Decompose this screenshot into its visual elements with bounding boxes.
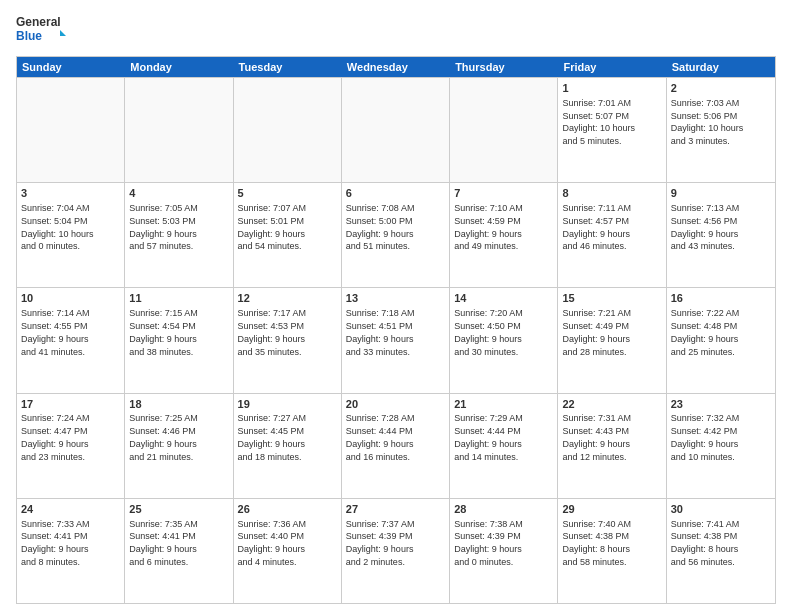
day-number: 5 [238,186,337,201]
day-info: Sunrise: 7:11 AM Sunset: 4:57 PM Dayligh… [562,203,631,251]
day-number: 15 [562,291,661,306]
calendar-cell: 16Sunrise: 7:22 AM Sunset: 4:48 PM Dayli… [667,288,775,392]
calendar-cell-empty [17,78,125,182]
day-info: Sunrise: 7:20 AM Sunset: 4:50 PM Dayligh… [454,308,523,356]
calendar-day-header: Thursday [450,57,558,77]
calendar-cell: 23Sunrise: 7:32 AM Sunset: 4:42 PM Dayli… [667,394,775,498]
day-info: Sunrise: 7:35 AM Sunset: 4:41 PM Dayligh… [129,519,198,567]
calendar-cell: 17Sunrise: 7:24 AM Sunset: 4:47 PM Dayli… [17,394,125,498]
day-number: 21 [454,397,553,412]
calendar-cell: 20Sunrise: 7:28 AM Sunset: 4:44 PM Dayli… [342,394,450,498]
calendar-cell: 5Sunrise: 7:07 AM Sunset: 5:01 PM Daylig… [234,183,342,287]
day-info: Sunrise: 7:03 AM Sunset: 5:06 PM Dayligh… [671,98,744,146]
calendar-cell: 2Sunrise: 7:03 AM Sunset: 5:06 PM Daylig… [667,78,775,182]
calendar-cell: 30Sunrise: 7:41 AM Sunset: 4:38 PM Dayli… [667,499,775,603]
day-info: Sunrise: 7:18 AM Sunset: 4:51 PM Dayligh… [346,308,415,356]
calendar-cell: 15Sunrise: 7:21 AM Sunset: 4:49 PM Dayli… [558,288,666,392]
calendar: SundayMondayTuesdayWednesdayThursdayFrid… [16,56,776,604]
day-info: Sunrise: 7:05 AM Sunset: 5:03 PM Dayligh… [129,203,198,251]
svg-marker-2 [60,30,66,36]
calendar-cell: 14Sunrise: 7:20 AM Sunset: 4:50 PM Dayli… [450,288,558,392]
calendar-cell-empty [234,78,342,182]
calendar-cell: 13Sunrise: 7:18 AM Sunset: 4:51 PM Dayli… [342,288,450,392]
calendar-header: SundayMondayTuesdayWednesdayThursdayFrid… [17,57,775,77]
calendar-day-header: Wednesday [342,57,450,77]
calendar-day-header: Sunday [17,57,125,77]
day-number: 29 [562,502,661,517]
day-info: Sunrise: 7:21 AM Sunset: 4:49 PM Dayligh… [562,308,631,356]
calendar-cell: 26Sunrise: 7:36 AM Sunset: 4:40 PM Dayli… [234,499,342,603]
day-info: Sunrise: 7:14 AM Sunset: 4:55 PM Dayligh… [21,308,90,356]
day-number: 20 [346,397,445,412]
calendar-cell: 25Sunrise: 7:35 AM Sunset: 4:41 PM Dayli… [125,499,233,603]
day-info: Sunrise: 7:17 AM Sunset: 4:53 PM Dayligh… [238,308,307,356]
calendar-cell: 21Sunrise: 7:29 AM Sunset: 4:44 PM Dayli… [450,394,558,498]
day-number: 12 [238,291,337,306]
logo: General Blue [16,12,66,48]
calendar-week-row: 1Sunrise: 7:01 AM Sunset: 5:07 PM Daylig… [17,77,775,182]
day-number: 27 [346,502,445,517]
day-number: 9 [671,186,771,201]
day-number: 23 [671,397,771,412]
day-number: 10 [21,291,120,306]
calendar-day-header: Saturday [667,57,775,77]
calendar-cell: 27Sunrise: 7:37 AM Sunset: 4:39 PM Dayli… [342,499,450,603]
calendar-cell-empty [450,78,558,182]
calendar-cell-empty [342,78,450,182]
day-number: 14 [454,291,553,306]
calendar-cell: 9Sunrise: 7:13 AM Sunset: 4:56 PM Daylig… [667,183,775,287]
day-number: 8 [562,186,661,201]
day-number: 24 [21,502,120,517]
day-number: 19 [238,397,337,412]
day-info: Sunrise: 7:08 AM Sunset: 5:00 PM Dayligh… [346,203,415,251]
day-info: Sunrise: 7:25 AM Sunset: 4:46 PM Dayligh… [129,413,198,461]
svg-text:Blue: Blue [16,29,42,43]
day-info: Sunrise: 7:22 AM Sunset: 4:48 PM Dayligh… [671,308,740,356]
day-info: Sunrise: 7:41 AM Sunset: 4:38 PM Dayligh… [671,519,740,567]
day-info: Sunrise: 7:04 AM Sunset: 5:04 PM Dayligh… [21,203,94,251]
calendar-cell: 8Sunrise: 7:11 AM Sunset: 4:57 PM Daylig… [558,183,666,287]
day-info: Sunrise: 7:33 AM Sunset: 4:41 PM Dayligh… [21,519,90,567]
day-number: 4 [129,186,228,201]
day-number: 28 [454,502,553,517]
calendar-cell: 11Sunrise: 7:15 AM Sunset: 4:54 PM Dayli… [125,288,233,392]
day-number: 13 [346,291,445,306]
day-number: 16 [671,291,771,306]
calendar-cell: 3Sunrise: 7:04 AM Sunset: 5:04 PM Daylig… [17,183,125,287]
day-info: Sunrise: 7:24 AM Sunset: 4:47 PM Dayligh… [21,413,90,461]
day-number: 26 [238,502,337,517]
page-header: General Blue [16,12,776,48]
calendar-day-header: Tuesday [234,57,342,77]
day-info: Sunrise: 7:07 AM Sunset: 5:01 PM Dayligh… [238,203,307,251]
calendar-week-row: 10Sunrise: 7:14 AM Sunset: 4:55 PM Dayli… [17,287,775,392]
day-info: Sunrise: 7:15 AM Sunset: 4:54 PM Dayligh… [129,308,198,356]
calendar-week-row: 17Sunrise: 7:24 AM Sunset: 4:47 PM Dayli… [17,393,775,498]
day-info: Sunrise: 7:01 AM Sunset: 5:07 PM Dayligh… [562,98,635,146]
calendar-cell: 24Sunrise: 7:33 AM Sunset: 4:41 PM Dayli… [17,499,125,603]
day-info: Sunrise: 7:10 AM Sunset: 4:59 PM Dayligh… [454,203,523,251]
day-info: Sunrise: 7:36 AM Sunset: 4:40 PM Dayligh… [238,519,307,567]
day-info: Sunrise: 7:29 AM Sunset: 4:44 PM Dayligh… [454,413,523,461]
calendar-cell: 1Sunrise: 7:01 AM Sunset: 5:07 PM Daylig… [558,78,666,182]
day-number: 30 [671,502,771,517]
calendar-cell-empty [125,78,233,182]
day-info: Sunrise: 7:37 AM Sunset: 4:39 PM Dayligh… [346,519,415,567]
day-number: 3 [21,186,120,201]
day-number: 25 [129,502,228,517]
calendar-day-header: Monday [125,57,233,77]
day-number: 18 [129,397,228,412]
calendar-cell: 19Sunrise: 7:27 AM Sunset: 4:45 PM Dayli… [234,394,342,498]
calendar-week-row: 24Sunrise: 7:33 AM Sunset: 4:41 PM Dayli… [17,498,775,603]
day-number: 11 [129,291,228,306]
calendar-cell: 6Sunrise: 7:08 AM Sunset: 5:00 PM Daylig… [342,183,450,287]
day-info: Sunrise: 7:27 AM Sunset: 4:45 PM Dayligh… [238,413,307,461]
calendar-day-header: Friday [558,57,666,77]
calendar-cell: 28Sunrise: 7:38 AM Sunset: 4:39 PM Dayli… [450,499,558,603]
day-info: Sunrise: 7:13 AM Sunset: 4:56 PM Dayligh… [671,203,740,251]
calendar-week-row: 3Sunrise: 7:04 AM Sunset: 5:04 PM Daylig… [17,182,775,287]
calendar-cell: 18Sunrise: 7:25 AM Sunset: 4:46 PM Dayli… [125,394,233,498]
calendar-body: 1Sunrise: 7:01 AM Sunset: 5:07 PM Daylig… [17,77,775,603]
day-number: 1 [562,81,661,96]
day-number: 2 [671,81,771,96]
day-info: Sunrise: 7:28 AM Sunset: 4:44 PM Dayligh… [346,413,415,461]
